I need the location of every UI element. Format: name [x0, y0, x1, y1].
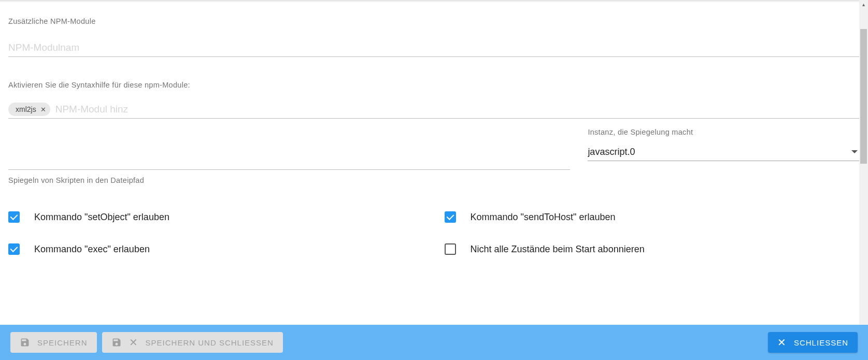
save-button: SPEICHERN: [10, 332, 97, 353]
checkbox-label: Kommando "exec" erlauben: [34, 244, 150, 255]
save-close-button: ✕ SPEICHERN UND SCHLIESSEN: [102, 332, 283, 353]
save-icon: [20, 337, 30, 348]
footer-bar: SPEICHERN ✕ SPEICHERN UND SCHLIESSEN ✕ S…: [0, 325, 868, 360]
checkbox-icon[interactable]: [445, 211, 456, 223]
vertical-scrollbar[interactable]: ▴: [859, 0, 868, 325]
checkbox-set-object[interactable]: Kommando "setObject" erlauben: [8, 211, 424, 223]
syntax-chip-row[interactable]: xml2js ✕: [8, 100, 860, 119]
checkbox-icon[interactable]: [445, 243, 456, 255]
close-icon: ✕: [777, 337, 787, 348]
checkbox-label: Kommando "setObject" erlauben: [34, 212, 169, 223]
checkbox-icon[interactable]: [8, 243, 20, 255]
button-label: SPEICHERN UND SCHLIESSEN: [146, 338, 274, 347]
chip-remove-icon[interactable]: ✕: [40, 106, 46, 113]
checkbox-label: Kommando "sendToHost" erlauben: [471, 212, 616, 223]
button-label: SCHLIESSEN: [794, 338, 848, 347]
checkbox-send-to-host[interactable]: Kommando "sendToHost" erlauben: [445, 211, 860, 223]
chip-add-input[interactable]: [55, 104, 860, 115]
chevron-down-icon: [851, 150, 858, 153]
save-icon: [111, 337, 122, 348]
close-button[interactable]: ✕ SCHLIESSEN: [768, 332, 858, 353]
mirror-path-hint: Spiegeln von Skripten in den Dateipfad: [8, 176, 570, 184]
syntax-help-label: Aktivieren Sie die Syntaxhilfe für diese…: [8, 81, 860, 89]
npm-module-input[interactable]: [8, 38, 860, 57]
checkbox-icon[interactable]: [8, 211, 20, 223]
instance-select-value: javascript.0: [588, 147, 635, 157]
settings-content: Zusätzliche NPM-Module Aktivieren Sie di…: [0, 3, 868, 312]
chip-label: xml2js: [16, 105, 36, 113]
mirror-path-input[interactable]: [8, 151, 570, 170]
instance-select[interactable]: javascript.0: [588, 142, 860, 161]
checkbox-exec[interactable]: Kommando "exec" erlauben: [8, 243, 424, 255]
button-label: SPEICHERN: [37, 338, 88, 347]
additional-npm-label: Zusätzliche NPM-Module: [8, 17, 860, 25]
chip-xml2js[interactable]: xml2js ✕: [8, 103, 50, 116]
instance-label: Instanz, die Spiegelung macht: [588, 128, 860, 136]
scroll-up-icon[interactable]: ▴: [859, 0, 868, 9]
scroll-thumb[interactable]: [860, 29, 867, 164]
close-icon: ✕: [129, 337, 138, 348]
checkbox-label: Nicht alle Zustände beim Start abonniere…: [471, 244, 645, 255]
checkbox-not-all-states[interactable]: Nicht alle Zustände beim Start abonniere…: [445, 243, 860, 255]
